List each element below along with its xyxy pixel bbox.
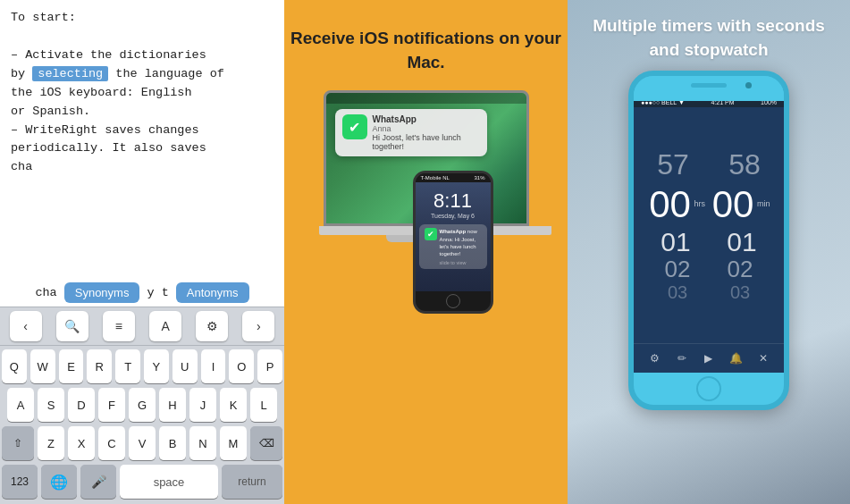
lock-time: 8:11 — [433, 189, 472, 213]
iphone5c-status-bar: ●●●○○ BELL ▼ 4:21 PM 100% — [634, 97, 784, 107]
cursor-end — [104, 66, 105, 80]
key-y[interactable]: Y — [144, 349, 169, 383]
kb-settings-btn[interactable]: ⚙ — [196, 311, 228, 341]
key-m[interactable]: M — [220, 426, 247, 460]
synonym-antonym-bar: cha Synonyms y t Antonyms — [0, 279, 284, 307]
key-d[interactable]: D — [68, 388, 95, 422]
lock-notif-content: WhatsApp now Anna: Hi Joost, let's have … — [440, 228, 482, 265]
key-o[interactable]: O — [229, 349, 254, 383]
iphone5c-container: ●●●○○ BELL ▼ 4:21 PM 100% 57 58 00 hrs 0… — [619, 71, 798, 410]
notif-app-name: WhatsApp — [373, 114, 480, 124]
key-c[interactable]: C — [98, 426, 125, 460]
key-globe[interactable]: 🌐 — [41, 465, 77, 499]
key-p[interactable]: P — [257, 349, 282, 383]
key-r[interactable]: R — [87, 349, 112, 383]
mac-notification: ✔ WhatsApp Anna Hi Joost, let's have lun… — [335, 109, 487, 156]
key-u[interactable]: U — [173, 349, 198, 383]
timer-min-val: 00 — [711, 184, 755, 225]
timer-58: 58 — [722, 149, 767, 181]
kb-font-btn[interactable]: A — [149, 311, 181, 341]
text-line-3: – Activate the dictionaries — [11, 46, 274, 65]
lock-notif-icon: ✔ — [425, 228, 437, 240]
key-n[interactable]: N — [189, 426, 216, 460]
lock-notif-app: WhatsApp now — [440, 228, 482, 235]
toolbar-close-icon[interactable]: ✕ — [754, 349, 772, 367]
key-j[interactable]: J — [189, 388, 216, 422]
panel3-title: Multiple timers with secondsand stopwatc… — [575, 0, 843, 71]
key-f[interactable]: F — [98, 388, 125, 422]
text-line-9: cha — [11, 158, 274, 177]
kb-format-btn[interactable]: ≡ — [103, 311, 135, 341]
text-line-7: – WriteRight saves changes — [11, 122, 274, 140]
toolbar-edit-icon[interactable]: ✏ — [673, 349, 691, 367]
key-z[interactable]: Z — [38, 426, 64, 460]
iphone5c-speaker — [691, 83, 727, 88]
text-line-1: To start: — [11, 9, 274, 28]
lock-date: Tuesday, May 6 — [431, 213, 475, 219]
toolbar-alarm-icon[interactable]: 🔔 — [727, 349, 745, 367]
status-carrier: ●●●○○ BELL ▼ — [641, 99, 685, 105]
keyboard: Q W E R T Y U I O P A S D F G H J K L ⇧ … — [0, 346, 284, 504]
key-v[interactable]: V — [129, 426, 156, 460]
key-t[interactable]: T — [115, 349, 140, 383]
panel-notifications: Receive iOS notifications on your Mac. ✔… — [284, 0, 568, 504]
key-k[interactable]: K — [220, 388, 247, 422]
kb-forward-btn[interactable]: › — [242, 311, 274, 341]
timer-03b: 03 — [722, 282, 758, 302]
timer-row-above: 57 58 — [651, 149, 767, 181]
key-mic[interactable]: 🎤 — [80, 465, 116, 499]
iphone-home-button[interactable] — [446, 294, 460, 308]
iphone5c-toolbar: ⚙ ✏ ▶ 🔔 ✕ — [634, 343, 784, 373]
iphone5c-home-button[interactable] — [696, 376, 721, 401]
panel2-title: Receive iOS notifications on your Mac. — [284, 27, 568, 74]
key-b[interactable]: B — [159, 426, 186, 460]
toolbar-settings-icon[interactable]: ⚙ — [645, 349, 663, 367]
text-line-8: periodically. It also saves — [11, 139, 274, 158]
status-battery: 100% — [761, 99, 777, 105]
iphone-status-bar: T-Mobile NL 31% — [416, 173, 491, 182]
key-backspace[interactable]: ⌫ — [250, 426, 282, 460]
status-time: 4:21 PM — [711, 99, 734, 105]
text-line-2 — [11, 28, 274, 46]
key-x[interactable]: X — [68, 426, 95, 460]
timer-02a: 02 — [660, 256, 695, 282]
kb-back-btn[interactable]: ‹ — [10, 311, 42, 341]
selected-word: selecting — [32, 66, 108, 81]
key-return[interactable]: return — [222, 465, 282, 499]
text-content-area: To start: – Activate the dictionaries by… — [0, 0, 284, 279]
text-line-4: by selecting the language of — [11, 65, 274, 84]
key-a[interactable]: A — [7, 388, 34, 422]
key-shift[interactable]: ⇧ — [2, 426, 34, 460]
panel-timer: Multiple timers with secondsand stopwatc… — [568, 0, 850, 504]
panel-writeright: To start: – Activate the dictionaries by… — [0, 0, 284, 504]
key-h[interactable]: H — [159, 388, 186, 422]
synonyms-button[interactable]: Synonyms — [64, 282, 140, 303]
key-i[interactable]: I — [201, 349, 226, 383]
key-l[interactable]: L — [250, 388, 277, 422]
timer-main-row: 00 hrs 00 min — [647, 184, 770, 225]
timer-hrs-val: 00 — [647, 184, 692, 225]
timer-min-label: min — [757, 199, 770, 208]
keyboard-toolbar: ‹ 🔍 ≡ A ⚙ › — [0, 307, 284, 346]
key-num[interactable]: 123 — [2, 465, 38, 499]
key-q[interactable]: Q — [2, 349, 27, 383]
kb-row-qwerty: Q W E R T Y U I O P — [2, 349, 282, 383]
text-line-6: or Spanish. — [11, 103, 274, 122]
iphone-lockscreen-device: T-Mobile NL 31% 8:11 Tuesday, May 6 ✔ Wh… — [413, 171, 493, 314]
lock-notif-msg: Anna: Hi Joost, let's have lunch togethe… — [440, 236, 482, 258]
timer-row-01: 01 01 — [656, 227, 762, 256]
iphone-lock-screen: 8:11 Tuesday, May 6 ✔ WhatsApp now Anna:… — [416, 182, 491, 291]
key-space[interactable]: space — [120, 465, 218, 499]
toolbar-play-icon[interactable]: ▶ — [700, 349, 718, 367]
notif-sender: Anna — [373, 124, 480, 133]
timer-03a: 03 — [660, 282, 695, 302]
key-s[interactable]: S — [38, 388, 64, 422]
timer-57: 57 — [651, 149, 695, 181]
key-w[interactable]: W — [30, 349, 55, 383]
iphone-battery: 31% — [474, 175, 484, 181]
key-e[interactable]: E — [59, 349, 84, 383]
key-g[interactable]: G — [129, 388, 156, 422]
antonyms-button[interactable]: Antonyms — [176, 282, 249, 303]
kb-search-btn[interactable]: 🔍 — [56, 311, 88, 341]
notification-content: WhatsApp Anna Hi Joost, let's have lunch… — [373, 114, 480, 151]
